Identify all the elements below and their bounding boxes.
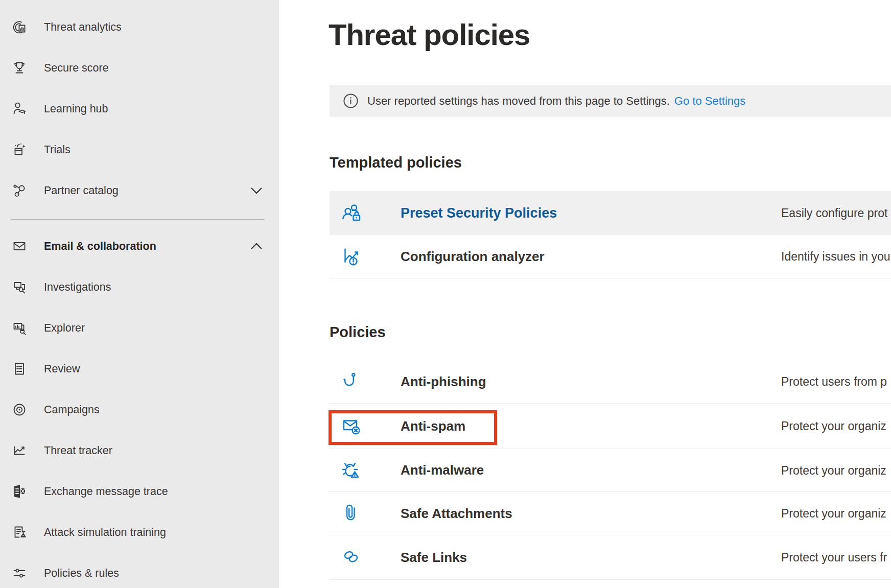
row-description: Protect your users fr <box>781 551 887 565</box>
chevron-down-icon[interactable] <box>250 187 263 194</box>
trials-icon <box>10 140 29 159</box>
sidebar-item-label: Exchange message trace <box>44 485 168 498</box>
sidebar-item-label: Attack simulation training <box>44 526 166 539</box>
row-preset-security-policies[interactable]: Preset Security Policies Easily configur… <box>330 191 891 235</box>
banner-text: User reported settings has moved from th… <box>367 95 745 108</box>
investigations-icon <box>10 278 29 296</box>
secure-score-icon <box>10 59 29 77</box>
sidebar-item-threat-analytics[interactable]: Threat analytics <box>0 7 279 48</box>
sidebar-item-label: Trials <box>44 144 71 156</box>
main-content: Threat policies User reported settings h… <box>279 0 891 588</box>
section-heading-policies: Policies <box>330 324 386 341</box>
sidebar-item-label: Email & collaboration <box>44 240 156 253</box>
row-anti-phishing[interactable]: Anti-phishing Protect users from p <box>330 360 891 404</box>
row-anti-spam[interactable]: Anti-spam Protect your organiz <box>330 404 891 449</box>
row-description: Identify issues in you <box>781 250 890 264</box>
sidebar-item-trials[interactable]: Trials <box>0 129 279 170</box>
row-description: Easily configure prot <box>781 206 887 220</box>
chevron-up-icon[interactable] <box>250 243 263 250</box>
sidebar-item-label: Learning hub <box>44 103 108 115</box>
sidebar-item-label: Threat tracker <box>44 444 112 457</box>
sidebar-item-label: Explorer <box>44 322 85 335</box>
preset-security-policies-icon <box>339 201 364 225</box>
sidebar-item-learning-hub[interactable]: Learning hub <box>0 88 279 129</box>
review-icon <box>10 360 29 378</box>
sidebar-item-threat-tracker[interactable]: Threat tracker <box>0 430 279 471</box>
sidebar-item-review[interactable]: Review <box>0 348 279 389</box>
sidebar-item-explorer[interactable]: Explorer <box>0 308 279 348</box>
sidebar-item-exchange-message-trace[interactable]: Exchange message trace <box>0 471 279 512</box>
partner-catalog-icon <box>10 181 29 200</box>
sidebar: Threat analytics Secure score Learning h… <box>0 0 279 588</box>
sidebar-item-email-collaboration[interactable]: Email & collaboration <box>0 226 279 267</box>
sidebar-item-campaigns[interactable]: Campaigns <box>0 389 279 430</box>
row-safe-links[interactable]: Safe Links Protect your users fr <box>330 535 891 580</box>
row-title[interactable]: Preset Security Policies <box>401 205 557 221</box>
explorer-icon <box>10 319 29 337</box>
policies-rules-icon <box>10 564 29 582</box>
row-title[interactable]: Anti-phishing <box>401 374 486 390</box>
email-collaboration-icon <box>10 237 29 255</box>
info-icon <box>343 93 359 109</box>
threat-tracker-icon <box>10 441 29 460</box>
sidebar-item-label: Campaigns <box>44 404 100 416</box>
attack-simulation-training-icon <box>10 523 29 542</box>
row-configuration-analyzer[interactable]: Configuration analyzer Identify issues i… <box>330 235 891 278</box>
exchange-message-trace-icon <box>10 482 29 501</box>
row-title[interactable]: Anti-spam <box>401 418 465 434</box>
sidebar-item-secure-score[interactable]: Secure score <box>0 48 279 88</box>
row-description: Protect your organiz <box>781 419 886 433</box>
anti-malware-icon <box>339 458 364 483</box>
sidebar-item-label: Partner catalog <box>44 184 119 197</box>
sidebar-item-policies-rules[interactable]: Policies & rules <box>0 553 279 588</box>
anti-spam-icon <box>339 414 364 438</box>
row-safe-attachments[interactable]: Safe Attachments Protect your organiz <box>330 492 891 535</box>
sidebar-divider <box>11 219 265 220</box>
row-title[interactable]: Safe Attachments <box>401 506 512 522</box>
row-description: Protect users from p <box>781 375 887 389</box>
campaigns-icon <box>10 401 29 419</box>
sidebar-item-label: Investigations <box>44 281 111 294</box>
sidebar-item-label: Secure score <box>44 62 109 75</box>
row-description: Protect your organiz <box>781 507 886 521</box>
configuration-analyzer-icon <box>339 244 364 269</box>
anti-phishing-icon <box>339 369 364 394</box>
threat-analytics-icon <box>10 18 29 36</box>
go-to-settings-link[interactable]: Go to Settings <box>674 95 745 107</box>
page-title: Threat policies <box>329 17 530 52</box>
sidebar-item-label: Policies & rules <box>44 567 119 580</box>
row-title[interactable]: Anti-malware <box>401 462 484 478</box>
safe-attachments-icon <box>339 501 364 526</box>
row-anti-malware[interactable]: Anti-malware Protect your organiz <box>330 449 891 492</box>
safe-links-icon <box>339 545 364 570</box>
sidebar-item-label: Review <box>44 363 80 375</box>
sidebar-item-attack-simulation-training[interactable]: Attack simulation training <box>0 512 279 553</box>
sidebar-item-investigations[interactable]: Investigations <box>0 267 279 308</box>
sidebar-nav: Threat analytics Secure score Learning h… <box>0 0 279 588</box>
sidebar-item-label: Threat analytics <box>44 21 122 34</box>
learning-hub-icon <box>10 100 29 118</box>
section-heading-templated-policies: Templated policies <box>330 154 462 171</box>
sidebar-item-partner-catalog[interactable]: Partner catalog <box>0 170 279 211</box>
row-title[interactable]: Configuration analyzer <box>401 249 545 265</box>
row-description: Protect your organiz <box>781 463 886 477</box>
info-banner: User reported settings has moved from th… <box>330 85 891 117</box>
row-title[interactable]: Safe Links <box>401 550 467 566</box>
